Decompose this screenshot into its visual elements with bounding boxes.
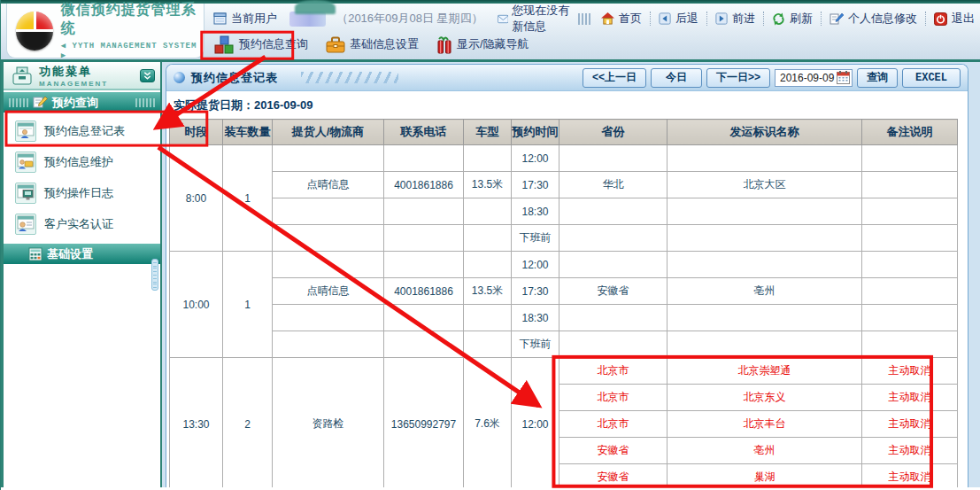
menu-subtitle: MANAGEMENT — [39, 80, 108, 88]
window-icon — [213, 12, 227, 25]
table-cell: 主动取消 — [862, 411, 958, 438]
separator — [821, 12, 822, 26]
home-icon — [601, 12, 614, 25]
table-cell: 北京崇塑通 — [667, 358, 862, 385]
toolbar-settings[interactable]: 基础信息设置 — [320, 35, 424, 55]
next-day-button[interactable]: 下一日>> — [706, 68, 770, 88]
forward-icon — [715, 12, 728, 25]
column-header: 发运标识名称 — [667, 120, 862, 145]
table-cell — [667, 331, 862, 358]
table-cell — [559, 145, 667, 172]
date-input[interactable]: 2016-09-09 — [775, 69, 853, 87]
menu-title: 功能菜单 — [39, 64, 108, 80]
back-icon — [659, 12, 671, 25]
cubes-icon — [214, 35, 235, 54]
pickup-date-value: 2016-09-09 — [254, 98, 313, 112]
sidebar-collapse-button[interactable] — [140, 69, 155, 82]
table-cell: 17:30 — [512, 172, 559, 198]
table-cell — [464, 198, 512, 225]
header-toolbar-row: 预约信息查询 基础信息设置 显示/隐藏导航 — [208, 30, 980, 58]
app-logo — [16, 12, 53, 51]
column-header: 车型 — [464, 120, 512, 145]
nav-profile-label: 个人信息修改 — [848, 11, 917, 27]
table-cell — [862, 172, 958, 198]
table-cell: 北京东义 — [667, 385, 862, 411]
table-cell — [384, 331, 464, 358]
table-cell: 巢湖 — [667, 464, 862, 488]
separator — [706, 12, 707, 26]
sidebar-item-customer-verification[interactable]: 客户实名认证 — [4, 208, 160, 239]
edit-profile-icon — [830, 12, 844, 25]
sidebar-item-booking-registry[interactable]: 预约信息登记表 — [4, 115, 160, 146]
prev-day-button[interactable]: <<上一日 — [583, 68, 646, 88]
header-date: （2016年09月08日 星期四） — [336, 11, 482, 27]
table-cell: 主动取消 — [862, 385, 958, 411]
sidebar-section-booking-query[interactable]: 预约查询 — [4, 92, 160, 113]
nav-forward[interactable]: 前进 — [710, 9, 760, 28]
section-grip — [135, 98, 155, 107]
registry-doc-icon — [15, 121, 36, 142]
table-cell — [862, 305, 958, 331]
table-cell: 2 — [223, 358, 273, 488]
sidebar-item-label: 预约信息维护 — [44, 154, 113, 170]
table-cell: 下班前 — [512, 331, 559, 358]
pencil-pad-icon — [33, 96, 48, 109]
column-header: 预约时间 — [512, 120, 559, 145]
separator — [925, 12, 926, 26]
date-input-value: 2016-09-09 — [780, 72, 834, 84]
header-status-row: 当前用户 （2016年09月08日 星期四） 您现在没有新信息 首页 — [208, 4, 980, 30]
column-header: 提货人/物流商 — [273, 120, 384, 145]
table-cell: 主动取消 — [862, 438, 958, 464]
nav-back[interactable]: 后退 — [653, 9, 704, 28]
toolbar-query[interactable]: 预约信息查询 — [209, 34, 313, 56]
separator — [763, 12, 764, 26]
nav-home[interactable]: 首页 — [596, 9, 647, 28]
registry-body: 8:00112:00点晴信息400186188613.5米17:30华北北京大区… — [170, 145, 958, 488]
app-body: 功能菜单 MANAGEMENT 预约查询 预约信息登记表 — [1, 62, 980, 487]
nav-profile[interactable]: 个人信息修改 — [824, 9, 922, 28]
registry-panel: 预约信息登记表 <<上一日 今日 下一日>> 2016-09-09 查询 EXC… — [166, 64, 968, 487]
sidebar-item-booking-maintenance[interactable]: 预约信息维护 — [4, 146, 160, 177]
table-cell: 北京丰台 — [667, 411, 862, 438]
table-cell — [559, 225, 667, 252]
toolbar-query-label: 预约信息查询 — [239, 36, 308, 52]
customer-id-icon — [15, 214, 36, 235]
sidebar-menu-items: 预约信息登记表 预约信息维护 预约操作日志 — [4, 113, 160, 239]
table-row: 8:00112:00 — [170, 145, 958, 172]
table-cell — [862, 198, 958, 225]
nav-logout[interactable]: 退出 — [929, 9, 980, 28]
search-button[interactable]: 查询 — [857, 68, 898, 88]
sidebar-item-label: 预约信息登记表 — [44, 123, 125, 139]
table-cell — [559, 198, 667, 225]
table-cell — [384, 252, 464, 278]
excel-export-button[interactable]: EXCEL — [902, 68, 961, 88]
table-cell — [273, 252, 384, 278]
table-cell: 主动取消 — [862, 358, 958, 385]
table-row: 点晴信息400186188613.5米17:30安徽省亳州 — [170, 278, 958, 305]
registry-table: 时段装车数量提货人/物流商联系电话车型预约时间省份发运标识名称备注说明 8:00… — [169, 119, 958, 487]
table-cell — [559, 252, 667, 278]
nav-toggle-icon — [436, 35, 452, 54]
table-cell — [862, 278, 958, 305]
nav-refresh[interactable]: 刷新 — [767, 9, 818, 28]
column-header: 联系电话 — [384, 120, 464, 145]
separator — [650, 12, 651, 26]
table-cell: 4001861886 — [384, 172, 464, 198]
app-header: 微信预约提货管理系统 ◀ YYTH MANAGEMENT SYSTEM ▶ 当前… — [1, 4, 980, 62]
table-cell: 18:30 — [512, 305, 559, 331]
section-label: 预约查询 — [52, 95, 98, 111]
sidebar-splitter-handle[interactable] — [151, 259, 158, 291]
table-cell — [862, 252, 958, 278]
table-cell — [559, 305, 667, 331]
sidebar-item-booking-log[interactable]: 预约操作日志 — [4, 177, 160, 208]
current-user-label: 当前用户 — [231, 11, 277, 27]
sidebar-section-basic-settings[interactable]: 基础设置 — [4, 244, 160, 264]
today-button[interactable]: 今日 — [651, 68, 702, 88]
table-cell: 北京大区 — [667, 172, 862, 198]
table-cell — [862, 145, 958, 172]
table-cell — [667, 198, 862, 225]
calendar-icon[interactable] — [837, 71, 850, 84]
toolbar-toggle-nav[interactable]: 显示/隐藏导航 — [431, 34, 535, 56]
logout-icon — [934, 12, 947, 26]
table-cell — [667, 252, 862, 278]
